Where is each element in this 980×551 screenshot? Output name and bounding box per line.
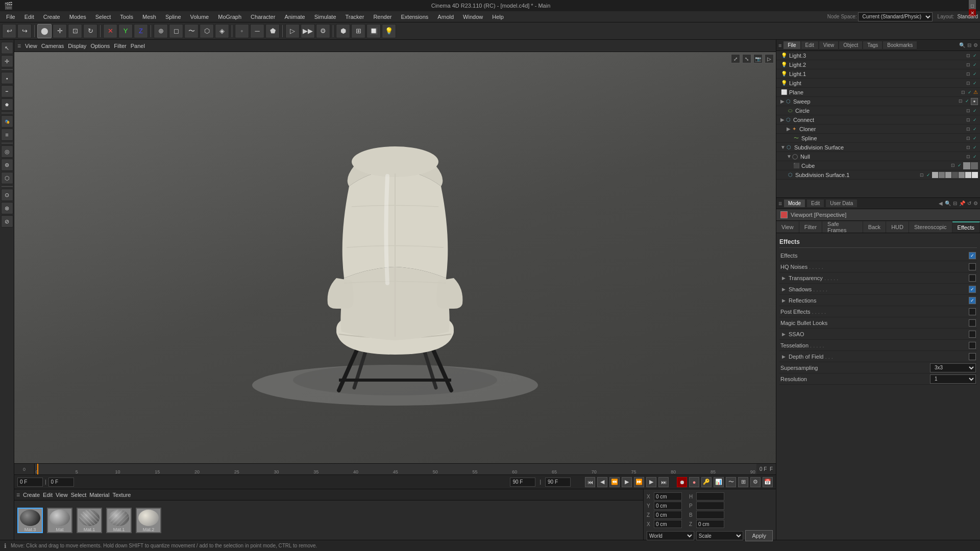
menu-animate[interactable]: Animate (280, 13, 309, 21)
vp-hamburger[interactable]: ≡ (17, 42, 21, 49)
pp-posteffects-checkbox[interactable] (969, 308, 976, 315)
om-row-plane[interactable]: ⬜ Plane ⊡ ✓ ⚠ (776, 88, 980, 97)
timeline-ruler[interactable]: 0 5 10 15 20 25 30 35 40 45 50 55 60 65 … (35, 464, 756, 474)
pp-pin-icon[interactable]: 📌 (959, 201, 965, 206)
vp-cameras-menu[interactable]: Cameras (41, 43, 64, 49)
vp-filter-menu[interactable]: Filter (114, 43, 126, 49)
coord-h-input[interactable] (696, 492, 724, 500)
mat-view-menu[interactable]: View (56, 492, 68, 498)
live-selection-button[interactable]: ⬤ (37, 24, 52, 38)
om-expand-subsurf[interactable]: ▼ (780, 144, 786, 150)
node-space-select[interactable]: Current (Standard/Physic) (858, 12, 933, 21)
render-settings-btn[interactable]: ⚙ (316, 24, 330, 38)
transport-next-key[interactable]: ⏩ (634, 477, 644, 487)
scale-button[interactable]: ⊡ (68, 24, 82, 38)
coord-x-pos-input[interactable] (654, 492, 682, 500)
menu-file[interactable]: File (2, 13, 19, 21)
menu-help[interactable]: Help (488, 13, 508, 21)
om-row-sweep[interactable]: ▶ ⬡ Sweep ⊡ ✓ ● (776, 97, 980, 106)
om-row-subsurf[interactable]: ▼ ⬡ Subdivision Surface ⊡ ✓ (776, 143, 980, 152)
add-nurbs-button[interactable]: ⬡ (200, 24, 214, 38)
material-mat[interactable]: Mat (47, 508, 72, 533)
move-button[interactable]: ✛ (53, 24, 67, 38)
viewport[interactable]: ⤢ ⤡ 📷 ▷ (14, 52, 776, 463)
pp-supersampling-select[interactable]: 3x3 2x2 None (930, 363, 976, 372)
menu-simulate[interactable]: Simulate (310, 13, 340, 21)
menu-spline[interactable]: Spline (161, 13, 185, 21)
om-row-connect[interactable]: ▶ ⬡ Connect ⊡ ✓ (776, 115, 980, 124)
poly-mode-btn[interactable]: ⬟ (265, 24, 280, 38)
om-tab-view[interactable]: View (819, 41, 839, 49)
vp-fullscreen-btn[interactable]: ⤢ (731, 54, 740, 63)
lt-select-btn[interactable]: ↖ (1, 42, 13, 54)
lt-s1-btn[interactable]: ⊙ (1, 189, 13, 201)
pp-dof-checkbox[interactable] (969, 353, 976, 360)
transport-end-frame[interactable] (510, 478, 535, 487)
om-row-spline[interactable]: 〜 Spline ⊡ ✓ (776, 134, 980, 143)
lt-material-btn[interactable]: ⬡ (1, 172, 13, 184)
pp-dof-expand[interactable]: ▶ (780, 354, 787, 360)
pp-tab-view[interactable]: View (776, 221, 799, 233)
lt-brush-btn[interactable]: ◎ (1, 145, 13, 158)
render-view-btn[interactable]: ▷ (285, 24, 300, 38)
vp-expand-btn[interactable]: ⤡ (742, 54, 751, 63)
pp-tab-filter[interactable]: Filter (799, 221, 822, 233)
coord-b-input[interactable] (696, 511, 724, 519)
add-primitive-button[interactable]: ◻ (169, 24, 183, 38)
vp-display-menu[interactable]: Display (68, 43, 86, 49)
transport-param[interactable]: 📊 (714, 477, 724, 487)
grid-btn[interactable]: ⊞ (351, 24, 365, 38)
material-mat2[interactable]: Mat.2 (136, 508, 161, 533)
coord-world-select[interactable]: World Object (647, 531, 694, 540)
mat-select-menu[interactable]: Select (71, 492, 87, 498)
om-row-light[interactable]: 💡 Light ⊡ ✓ (776, 79, 980, 88)
lt-move-btn[interactable]: ✛ (1, 55, 13, 67)
lt-layer-btn[interactable]: ≡ (1, 129, 13, 141)
transport-options[interactable]: ⚙ (750, 477, 761, 487)
transport-record[interactable]: ⏺ (677, 477, 687, 487)
coord-scale-select[interactable]: Scale Absolute (696, 531, 744, 540)
z-axis-btn[interactable]: Z (134, 24, 148, 38)
pp-hamburger[interactable]: ≡ (778, 200, 782, 207)
pp-effects-checkbox[interactable] (969, 252, 976, 259)
vp-cam-btn[interactable]: 📷 (753, 54, 763, 63)
om-row-circle[interactable]: ⬭ Circle ⊡ ✓ (776, 106, 980, 115)
light-btn[interactable]: 💡 (382, 24, 396, 38)
mat-material-menu[interactable]: Material (89, 492, 109, 498)
pp-shadows-checkbox[interactable] (969, 286, 976, 293)
coord-p-input[interactable] (696, 502, 724, 510)
apply-button[interactable]: Apply (745, 530, 773, 541)
transport-motion[interactable]: 〜 (726, 477, 736, 487)
pp-resolution-select[interactable]: 1 2 4 (930, 374, 976, 384)
lt-sculpt-btn[interactable]: ⊛ (1, 159, 13, 171)
undo-button[interactable]: ↩ (2, 24, 16, 38)
snap-btn[interactable]: 🔲 (366, 24, 381, 38)
om-settings-icon[interactable]: ⚙ (973, 42, 978, 48)
om-tab-object[interactable]: Object (839, 41, 862, 49)
vp-options-menu[interactable]: Options (90, 43, 110, 49)
coord-zr-input[interactable] (696, 520, 724, 528)
edge-mode-btn[interactable]: ─ (250, 24, 264, 38)
menu-character[interactable]: Character (247, 13, 279, 21)
pp-edit-tab[interactable]: Edit (807, 199, 824, 207)
render-all-btn[interactable]: ▶▶ (301, 24, 315, 38)
pp-tab-effects[interactable]: Effects (952, 221, 980, 233)
mat-hamburger[interactable]: ≡ (16, 491, 20, 498)
menu-edit[interactable]: Edit (20, 13, 38, 21)
menu-create[interactable]: Create (39, 13, 64, 21)
menu-extensions[interactable]: Extensions (397, 13, 432, 21)
menu-select[interactable]: Select (91, 13, 115, 21)
om-expand-null[interactable]: ▼ (787, 154, 792, 159)
pp-transparency-expand[interactable]: ▶ (780, 275, 787, 281)
mat-create-menu[interactable]: Create (23, 492, 40, 498)
om-row-cube[interactable]: ⬛ Cube ⊡ ✓ (776, 161, 980, 170)
y-axis-btn[interactable]: Y (118, 24, 133, 38)
add-deformer-button[interactable]: ◈ (215, 24, 229, 38)
coord-y-pos-input[interactable] (654, 502, 682, 510)
menu-modes[interactable]: Modes (65, 13, 90, 21)
transport-play[interactable]: ▶ (622, 477, 632, 487)
om-filter-icon[interactable]: ⊟ (967, 42, 971, 48)
transport-timeline[interactable]: 📅 (763, 477, 773, 487)
lt-poly-btn[interactable]: ⬟ (1, 98, 13, 111)
rotate-button[interactable]: ↻ (83, 24, 97, 38)
